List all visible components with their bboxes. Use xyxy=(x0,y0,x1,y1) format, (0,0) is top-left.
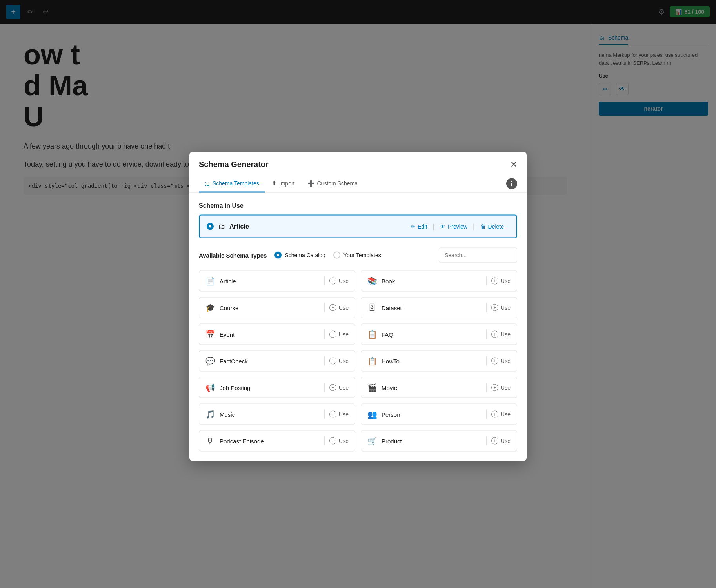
radio-schema-catalog[interactable]: Schema Catalog xyxy=(274,252,325,259)
tab-import[interactable]: ⬆ Import xyxy=(266,175,300,193)
use-plus-icon: + xyxy=(329,411,336,418)
book-label: Book xyxy=(382,278,482,284)
use-label: Use xyxy=(501,411,511,417)
event-use-button[interactable]: + Use xyxy=(329,331,349,338)
use-plus-icon: + xyxy=(491,278,498,285)
movie-use-button[interactable]: + Use xyxy=(491,384,511,391)
event-label: Event xyxy=(220,331,320,338)
schema-card-divider xyxy=(324,410,325,419)
use-plus-icon: + xyxy=(329,278,336,285)
radio-your-templates[interactable]: Your Templates xyxy=(333,252,381,259)
music-use-button[interactable]: + Use xyxy=(329,411,349,418)
howto-label: HowTo xyxy=(382,358,482,364)
use-label: Use xyxy=(339,385,349,391)
faq-use-button[interactable]: + Use xyxy=(491,331,511,338)
import-icon: ⬆ xyxy=(272,180,277,187)
movie-icon: 🎬 xyxy=(367,383,377,392)
use-plus-icon: + xyxy=(491,331,498,338)
schema-types-header: Available Schema Types Schema Catalog Yo… xyxy=(199,248,517,263)
book-icon: 📚 xyxy=(367,276,377,286)
schema-card-divider xyxy=(486,356,487,366)
use-plus-icon: + xyxy=(329,384,336,391)
factcheck-use-button[interactable]: + Use xyxy=(329,358,349,365)
schema-card-podcast-episode[interactable]: 🎙 Podcast Episode + Use xyxy=(199,430,355,452)
dialog-title: Schema Generator xyxy=(199,160,269,169)
schema-card-event[interactable]: 📅 Event + Use xyxy=(199,324,355,345)
schema-card-job-posting[interactable]: 📢 Job Posting + Use xyxy=(199,377,355,398)
schema-card-divider xyxy=(324,330,325,339)
use-plus-icon: + xyxy=(329,304,336,311)
podcast-episode-label: Podcast Episode xyxy=(220,437,320,444)
schema-card-howto[interactable]: 📋 HowTo + Use xyxy=(361,350,517,372)
course-icon: 🎓 xyxy=(205,303,215,312)
product-use-button[interactable]: + Use xyxy=(491,437,511,445)
edit-schema-button[interactable]: ✏ Edit xyxy=(405,221,433,232)
use-label: Use xyxy=(339,331,349,338)
schema-card-person[interactable]: 👥 Person + Use xyxy=(361,404,517,425)
schema-card-music[interactable]: 🎵 Music + Use xyxy=(199,404,355,425)
schema-templates-icon: 🗂 xyxy=(204,180,210,187)
podcast-episode-icon: 🎙 xyxy=(205,436,215,445)
preview-schema-button[interactable]: 👁 Preview xyxy=(434,221,473,232)
faq-label: FAQ xyxy=(382,331,482,338)
use-label: Use xyxy=(339,358,349,364)
schema-card-divider xyxy=(486,330,487,339)
dialog-close-button[interactable]: ✕ xyxy=(510,160,517,169)
info-button[interactable]: i xyxy=(506,178,517,189)
course-label: Course xyxy=(220,304,320,311)
use-plus-icon: + xyxy=(491,437,498,445)
use-plus-icon: + xyxy=(329,437,336,445)
job-posting-icon: 📢 xyxy=(205,383,215,392)
schema-card-divider xyxy=(324,383,325,392)
radio-group: Schema Catalog Your Templates xyxy=(274,252,381,259)
dataset-label: Dataset xyxy=(382,304,482,311)
use-plus-icon: + xyxy=(491,304,498,311)
use-plus-icon: + xyxy=(329,331,336,338)
schema-card-divider xyxy=(486,383,487,392)
use-label: Use xyxy=(339,278,349,284)
dataset-use-button[interactable]: + Use xyxy=(491,304,511,311)
dataset-icon: 🗄 xyxy=(367,303,377,312)
preview-icon-eye: 👁 xyxy=(440,223,445,230)
schema-card-divider xyxy=(486,436,487,446)
article-label: Article xyxy=(220,278,320,284)
schema-card-course[interactable]: 🎓 Course + Use xyxy=(199,297,355,318)
use-label: Use xyxy=(339,438,349,444)
schema-card-dataset[interactable]: 🗄 Dataset + Use xyxy=(361,297,517,318)
podcast-episode-use-button[interactable]: + Use xyxy=(329,437,349,445)
dialog-body: Schema in Use 🗂 Article ✏ Edit | 👁 Previ… xyxy=(189,193,527,461)
course-use-button[interactable]: + Use xyxy=(329,304,349,311)
product-icon: 🛒 xyxy=(367,436,377,446)
faq-icon: 📋 xyxy=(367,330,377,339)
use-plus-icon: + xyxy=(491,358,498,365)
use-plus-icon: + xyxy=(491,384,498,391)
use-label: Use xyxy=(501,278,511,284)
schema-card-divider xyxy=(324,356,325,366)
article-use-button[interactable]: + Use xyxy=(329,278,349,285)
schema-generator-dialog: Schema Generator ✕ 🗂 Schema Templates ⬆ … xyxy=(189,152,527,461)
schema-card-article[interactable]: 📄 Article + Use xyxy=(199,270,355,292)
schema-search-input[interactable] xyxy=(439,248,517,263)
schema-card-product[interactable]: 🛒 Product + Use xyxy=(361,430,517,452)
product-label: Product xyxy=(382,437,482,444)
schema-card-book[interactable]: 📚 Book + Use xyxy=(361,270,517,292)
tab-custom-schema[interactable]: ➕ Custom Schema xyxy=(302,175,363,193)
available-types-title: Available Schema Types xyxy=(199,252,267,258)
person-use-button[interactable]: + Use xyxy=(491,411,511,418)
book-use-button[interactable]: + Use xyxy=(491,278,511,285)
tab-schema-templates[interactable]: 🗂 Schema Templates xyxy=(199,175,265,192)
use-label: Use xyxy=(501,385,511,391)
use-plus-icon: + xyxy=(329,358,336,365)
article-icon: 📄 xyxy=(205,276,215,286)
event-icon: 📅 xyxy=(205,330,215,339)
job-posting-use-button[interactable]: + Use xyxy=(329,384,349,391)
schema-card-divider xyxy=(486,303,487,312)
schema-card-movie[interactable]: 🎬 Movie + Use xyxy=(361,377,517,398)
person-icon: 👥 xyxy=(367,410,377,419)
delete-icon-trash: 🗑 xyxy=(480,223,486,230)
schema-card-faq[interactable]: 📋 FAQ + Use xyxy=(361,324,517,345)
music-label: Music xyxy=(220,411,320,417)
delete-schema-button[interactable]: 🗑 Delete xyxy=(475,221,509,232)
howto-use-button[interactable]: + Use xyxy=(491,358,511,365)
schema-card-factcheck[interactable]: 💬 FactCheck + Use xyxy=(199,350,355,372)
